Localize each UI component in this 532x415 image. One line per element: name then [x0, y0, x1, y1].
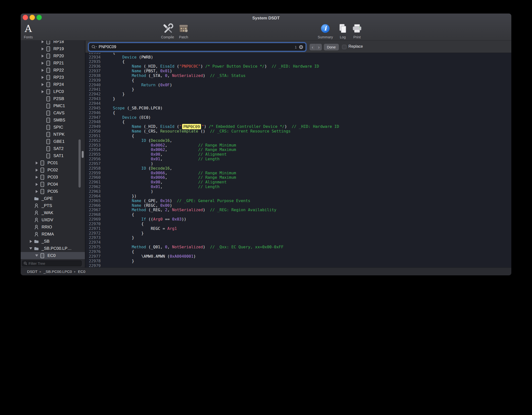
doc-icon: [39, 175, 45, 180]
tree-item-label: PC01: [47, 161, 58, 165]
tree-item-SAT2[interactable]: SAT2: [21, 145, 85, 152]
disclosure-collapsed-icon[interactable]: [34, 183, 39, 186]
line-number: 22955: [85, 152, 101, 157]
filter-tree-field[interactable]: Filter Tree: [22, 260, 82, 266]
doc-icon: [45, 82, 51, 87]
tree-item-PC03[interactable]: PC03: [21, 174, 85, 181]
code-line: }: [103, 92, 339, 97]
disclosure-expanded-icon[interactable]: [34, 254, 39, 257]
disclosure-collapsed-icon[interactable]: [40, 41, 45, 43]
code-line: {: [103, 250, 339, 254]
tree-item-GBE1[interactable]: GBE1: [21, 138, 85, 145]
tree-item-NTPK[interactable]: NTPK: [21, 131, 85, 138]
method-icon: [33, 217, 39, 223]
log-button[interactable]: Log: [338, 22, 348, 39]
compile-button[interactable]: Compile: [161, 22, 174, 39]
breadcrumb-item[interactable]: EC0: [78, 269, 85, 274]
tree-item-RP20[interactable]: RP20: [21, 52, 85, 59]
disclosure-collapsed-icon[interactable]: [34, 169, 39, 172]
method-icon: [33, 232, 39, 237]
tree-item-_SB[interactable]: _SB: [21, 238, 85, 245]
print-button[interactable]: Print: [352, 22, 362, 39]
tree-item-PC01[interactable]: PC01: [21, 159, 85, 166]
sidebar-scrollbar[interactable]: [78, 139, 81, 188]
disclosure-collapsed-icon[interactable]: [34, 162, 39, 164]
breadcrumb-separator: ▸: [40, 270, 41, 273]
find-next-button[interactable]: ›: [316, 44, 322, 50]
disclosure-collapsed-icon[interactable]: [40, 90, 45, 93]
find-bar: PNP0C09 1 ‹ › Done Replace: [85, 41, 511, 53]
code-line: }): [103, 194, 339, 199]
summary-button[interactable]: i Summary: [318, 22, 333, 39]
line-number: 22977: [85, 254, 101, 259]
disclosure-collapsed-icon[interactable]: [34, 190, 39, 193]
tree-item-label: _GPE: [42, 196, 53, 201]
line-number: 22951: [85, 134, 101, 138]
search-match-highlight: PNP0C09: [182, 124, 201, 129]
tree-item-EC0[interactable]: EC0: [21, 252, 85, 259]
code-line: ): [103, 162, 339, 166]
breadcrumb-item[interactable]: DSDT: [27, 269, 37, 274]
tree-item-LPC0[interactable]: LPC0: [21, 88, 85, 95]
tree-item-_SB.PC00.LP…[interactable]: _SB.PC00.LP…: [21, 245, 85, 252]
line-number: 22948: [85, 120, 101, 124]
fonts-button[interactable]: A Fonts: [24, 22, 33, 39]
disclosure-collapsed-icon[interactable]: [40, 55, 45, 58]
tree-item-PC05[interactable]: PC05: [21, 188, 85, 195]
disclosure-collapsed-icon[interactable]: [34, 176, 39, 179]
disclosure-collapsed-icon[interactable]: [40, 83, 45, 86]
tree-item-_WAK[interactable]: _WAK: [21, 209, 85, 216]
replace-checkbox[interactable]: [342, 45, 346, 49]
clear-search-icon[interactable]: [299, 45, 303, 49]
tree-item-_GPE[interactable]: _GPE: [21, 195, 85, 202]
disclosure-collapsed-icon[interactable]: [28, 240, 33, 243]
search-icon[interactable]: [91, 44, 97, 49]
code-line: {: [103, 120, 339, 124]
tree-item-RP23[interactable]: RP23: [21, 74, 85, 81]
done-button[interactable]: Done: [324, 44, 339, 50]
code-line: Device (PWRB): [103, 55, 339, 60]
tree-item-CAVS[interactable]: CAVS: [21, 109, 85, 117]
code-line: {: [103, 134, 339, 138]
splitter-handle[interactable]: [82, 151, 84, 158]
disclosure-collapsed-icon[interactable]: [40, 62, 45, 65]
tree-item-label: _SB.PC00.LP…: [42, 246, 72, 251]
patch-button[interactable]: Patch: [179, 22, 188, 39]
disclosure-collapsed-icon[interactable]: [40, 47, 45, 50]
code-line: Scope (_SB.PC00.LPC0): [103, 106, 339, 111]
tree-item-label: LPC0: [53, 89, 64, 94]
line-number: 22944: [85, 101, 101, 106]
code-line: [103, 240, 339, 245]
tree-item-P2SB[interactable]: P2SB: [21, 95, 85, 102]
code-line: 0x01, // Length: [103, 185, 339, 189]
disclosure-expanded-icon[interactable]: [28, 247, 33, 250]
tree-item-RP24[interactable]: RP24: [21, 81, 85, 88]
patch-label: Patch: [179, 35, 188, 39]
code-line: REGC = Arg1: [103, 226, 339, 231]
find-previous-button[interactable]: ‹: [310, 44, 316, 50]
tree-item-PC04[interactable]: PC04: [21, 181, 85, 188]
code-line: }: [103, 87, 339, 92]
code-editor[interactable]: 2293322934229352293622937229382293922940…: [85, 53, 511, 267]
tree-item-SMBS[interactable]: SMBS: [21, 117, 85, 124]
disclosure-collapsed-icon[interactable]: [40, 76, 45, 79]
tree-item-RRIO[interactable]: RRIO: [21, 223, 85, 231]
line-number: 22964: [85, 194, 101, 199]
tree-item-PC02[interactable]: PC02: [21, 166, 85, 174]
line-number: 22949: [85, 124, 101, 129]
tree-item-SPIC[interactable]: SPIC: [21, 124, 85, 131]
tree-item-RP18[interactable]: RP18: [21, 41, 85, 45]
tree-item-RP19[interactable]: RP19: [21, 45, 85, 52]
tree-item-RDMA[interactable]: RDMA: [21, 231, 85, 238]
tree-item-PMC1[interactable]: PMC1: [21, 102, 85, 109]
breadcrumb-item[interactable]: _SB.PC00.LPC0: [44, 269, 72, 274]
tree-item-UXDV[interactable]: UXDV: [21, 216, 85, 223]
tree-item-RP22[interactable]: RP22: [21, 67, 85, 74]
tree-item-SAT1[interactable]: SAT1: [21, 152, 85, 159]
disclosure-collapsed-icon[interactable]: [40, 69, 45, 72]
line-number: 22953: [85, 143, 101, 148]
line-number: 22963: [85, 189, 101, 194]
search-field[interactable]: PNP0C09 1: [89, 43, 306, 51]
tree-item-_PTS[interactable]: _PTS: [21, 202, 85, 209]
tree-item-RP21[interactable]: RP21: [21, 59, 85, 67]
